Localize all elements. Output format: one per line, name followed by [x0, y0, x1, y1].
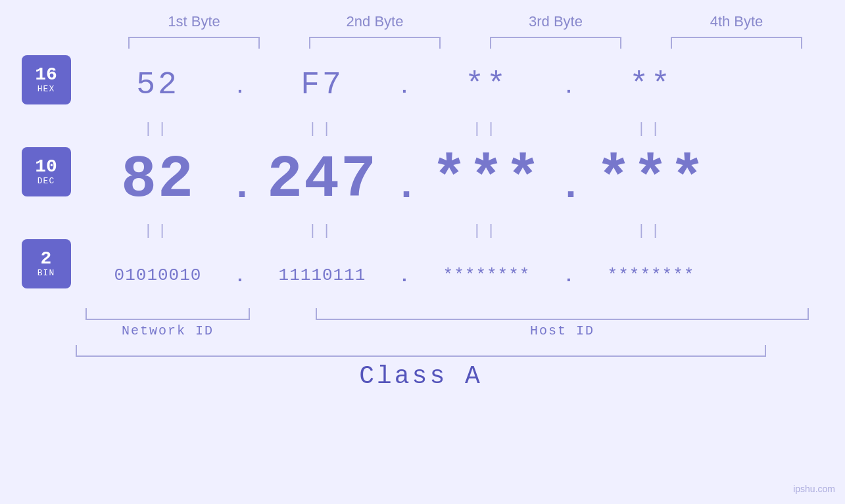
content-area: 16 HEX 10 DEC 2 BIN 52 . F7 . ** . **: [0, 55, 845, 305]
hex-b1: 52: [85, 67, 230, 103]
dot-dec-2: .: [395, 171, 414, 202]
host-bracket: [316, 308, 809, 320]
data-area: 52 . F7 . ** . ** || || || || 82: [85, 55, 845, 305]
host-id-label: Host ID: [316, 323, 809, 338]
byte2-header: 2nd Byte: [302, 13, 447, 30]
dot-bin-1: .: [230, 269, 250, 284]
hex-b2: F7: [250, 67, 395, 103]
badges-column: 16 HEX 10 DEC 2 BIN: [0, 55, 85, 305]
dot-dec-1: .: [230, 171, 250, 202]
class-row: Class A: [0, 345, 845, 390]
main-container: 1st Byte 2nd Byte 3rd Byte 4th Byte 16 H…: [0, 0, 845, 504]
bin-badge-label: BIN: [37, 268, 55, 278]
hex-b4: **: [579, 67, 723, 103]
bin-b1: 01010010: [85, 265, 230, 285]
bin-b3: ********: [414, 265, 559, 285]
hex-badge-num: 16: [35, 66, 57, 84]
eq-row-2: || || || ||: [85, 216, 845, 246]
dec-b2: 247: [250, 147, 395, 214]
network-id-label: Network ID: [85, 323, 250, 338]
dot-dec-3: .: [559, 171, 579, 202]
bracket-byte4: [671, 37, 802, 49]
class-label: Class A: [76, 362, 766, 390]
eq-7: ||: [414, 223, 559, 239]
hex-badge: 16 HEX: [22, 55, 71, 104]
dec-badge-label: DEC: [37, 176, 55, 186]
dec-badge: 10 DEC: [22, 147, 71, 196]
hex-badge-label: HEX: [37, 84, 55, 94]
hex-row: 52 . F7 . ** . **: [85, 55, 845, 114]
byte4-header: 4th Byte: [664, 13, 809, 30]
bin-row: 01010010 . 11110111 . ******** . *******…: [85, 246, 845, 305]
dec-badge-num: 10: [35, 158, 57, 176]
byte-headers: 1st Byte 2nd Byte 3rd Byte 4th Byte: [104, 13, 827, 30]
byte1-header: 1st Byte: [122, 13, 266, 30]
bin-b4: ********: [579, 265, 723, 285]
dec-b1: 82: [85, 147, 230, 214]
bottom-brackets: [85, 308, 809, 320]
watermark: ipshu.com: [793, 484, 835, 494]
eq-5: ||: [85, 223, 230, 239]
bottom-label-row: Network ID Host ID: [85, 323, 809, 338]
dot-hex-3: .: [559, 81, 579, 95]
bin-badge-num: 2: [41, 250, 52, 268]
byte3-header: 3rd Byte: [483, 13, 628, 30]
labels-area: Network ID Host ID: [0, 308, 845, 338]
eq-row-1: || || || ||: [85, 114, 845, 144]
top-bracket-row: [104, 37, 827, 49]
dec-b4: ***: [579, 147, 723, 214]
bracket-byte1: [128, 37, 260, 49]
bin-b2: 11110111: [250, 265, 395, 285]
dec-b3: ***: [414, 147, 559, 214]
hex-b3: **: [414, 67, 559, 103]
class-bracket: [76, 345, 766, 357]
dot-bin-2: .: [395, 269, 414, 284]
eq-4: ||: [579, 121, 723, 137]
bracket-byte2: [309, 37, 441, 49]
network-bracket: [85, 308, 250, 320]
eq-1: ||: [85, 121, 230, 137]
dec-row: 82 . 247 . *** . ***: [85, 144, 845, 216]
bracket-byte3: [490, 37, 621, 49]
dot-hex-1: .: [230, 81, 250, 95]
eq-8: ||: [579, 223, 723, 239]
dot-bin-3: .: [559, 269, 579, 284]
dot-hex-2: .: [395, 81, 414, 95]
bin-badge: 2 BIN: [22, 239, 71, 288]
eq-6: ||: [250, 223, 395, 239]
eq-3: ||: [414, 121, 559, 137]
eq-2: ||: [250, 121, 395, 137]
